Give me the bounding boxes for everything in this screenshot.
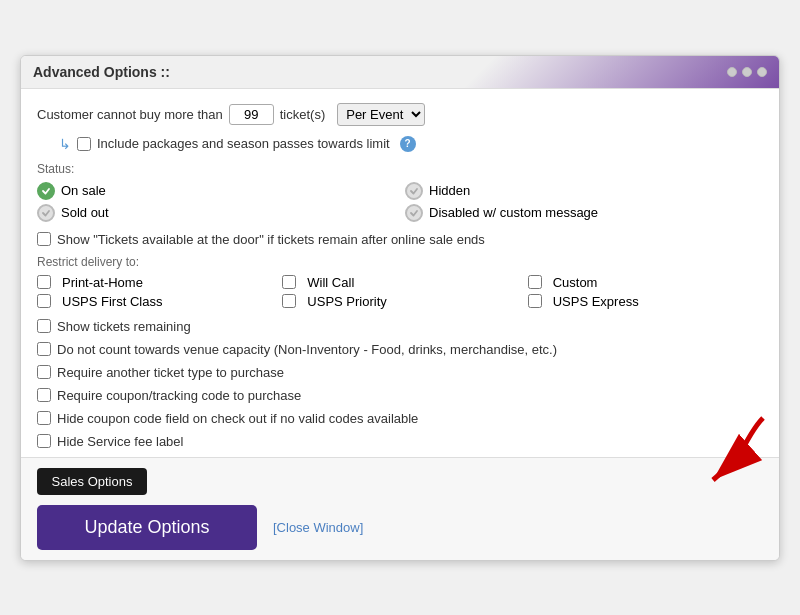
no-count-venue-row: Do not count towards venue capacity (Non… <box>37 342 763 357</box>
max-tickets-input[interactable] <box>229 104 274 125</box>
sales-options-button[interactable]: Sales Options <box>37 468 147 495</box>
dot-2 <box>742 67 752 77</box>
delivery-will-call-checkbox[interactable] <box>282 275 296 289</box>
hidden-label: Hidden <box>429 183 470 198</box>
include-packages-label: Include packages and season passes towar… <box>97 136 390 151</box>
require-ticket-row: Require another ticket type to purchase <box>37 365 763 380</box>
max-tickets-label-before: Customer cannot buy more than <box>37 107 223 122</box>
on-sale-circle <box>37 182 55 200</box>
delivery-will-call-label: Will Call <box>307 275 354 290</box>
window-title: Advanced Options :: <box>33 64 170 80</box>
update-row: Update Options [Close Window] <box>37 505 763 550</box>
bottom-bar: Sales Options Update Options [Close Wind… <box>21 457 779 560</box>
max-tickets-label-after: ticket(s) <box>280 107 326 122</box>
show-tickets-door-checkbox[interactable] <box>37 232 51 246</box>
show-remaining-label: Show tickets remaining <box>57 319 191 334</box>
hidden-circle <box>405 182 423 200</box>
sold-out-label: Sold out <box>61 205 109 220</box>
title-bar: Advanced Options :: <box>21 56 779 89</box>
delivery-usps-priority-label: USPS Priority <box>307 294 386 309</box>
dot-3 <box>757 67 767 77</box>
hide-service-fee-checkbox[interactable] <box>37 434 51 448</box>
disabled-custom-label: Disabled w/ custom message <box>429 205 598 220</box>
delivery-custom-checkbox[interactable] <box>528 275 542 289</box>
hide-coupon-field-row: Hide coupon code field on check out if n… <box>37 411 763 426</box>
hide-coupon-field-checkbox[interactable] <box>37 411 51 425</box>
no-count-venue-checkbox[interactable] <box>37 342 51 356</box>
per-event-dropdown[interactable]: Per Event Per Order Per Day <box>337 103 425 126</box>
require-coupon-checkbox[interactable] <box>37 388 51 402</box>
delivery-print-at-home-checkbox[interactable] <box>37 275 51 289</box>
main-window: Advanced Options :: Customer cannot buy … <box>20 55 780 561</box>
hide-service-fee-row: Hide Service fee label <box>37 434 763 449</box>
status-sold-out[interactable]: Sold out <box>37 204 395 222</box>
delivery-usps-express-checkbox[interactable] <box>528 294 542 308</box>
status-label: Status: <box>37 162 763 176</box>
show-remaining-checkbox[interactable] <box>37 319 51 333</box>
require-ticket-label: Require another ticket type to purchase <box>57 365 284 380</box>
window-controls <box>727 67 767 77</box>
delivery-usps-first-label: USPS First Class <box>62 294 162 309</box>
require-coupon-label: Require coupon/tracking code to purchase <box>57 388 301 403</box>
delivery-will-call: Will Call <box>282 275 517 290</box>
delivery-custom: Custom <box>528 275 763 290</box>
delivery-print-at-home: Print-at-Home <box>37 275 272 290</box>
include-packages-checkbox[interactable] <box>77 137 91 151</box>
sales-options-container: Sales Options <box>37 468 763 495</box>
update-options-button[interactable]: Update Options <box>37 505 257 550</box>
delivery-usps-first-checkbox[interactable] <box>37 294 51 308</box>
delivery-usps-first: USPS First Class <box>37 294 272 309</box>
show-remaining-row: Show tickets remaining <box>37 319 763 334</box>
close-window-link[interactable]: [Close Window] <box>273 520 363 535</box>
status-grid: On sale Hidden Sold out Di <box>37 182 763 222</box>
dot-1 <box>727 67 737 77</box>
delivery-custom-label: Custom <box>553 275 598 290</box>
status-disabled-custom[interactable]: Disabled w/ custom message <box>405 204 763 222</box>
max-tickets-row: Customer cannot buy more than ticket(s) … <box>37 103 763 126</box>
content-area: Customer cannot buy more than ticket(s) … <box>21 89 779 449</box>
include-packages-row: ↳ Include packages and season passes tow… <box>37 136 763 152</box>
indent-arrow-icon: ↳ <box>59 136 71 152</box>
no-count-venue-label: Do not count towards venue capacity (Non… <box>57 342 557 357</box>
sold-out-circle <box>37 204 55 222</box>
delivery-print-at-home-label: Print-at-Home <box>62 275 143 290</box>
status-hidden[interactable]: Hidden <box>405 182 763 200</box>
restrict-delivery-label: Restrict delivery to: <box>37 255 763 269</box>
require-coupon-row: Require coupon/tracking code to purchase <box>37 388 763 403</box>
show-tickets-door-row: Show "Tickets available at the door" if … <box>37 232 763 247</box>
delivery-usps-priority: USPS Priority <box>282 294 517 309</box>
delivery-usps-priority-checkbox[interactable] <box>282 294 296 308</box>
help-icon[interactable]: ? <box>400 136 416 152</box>
disabled-custom-circle <box>405 204 423 222</box>
delivery-usps-express-label: USPS Express <box>553 294 639 309</box>
status-on-sale[interactable]: On sale <box>37 182 395 200</box>
delivery-grid: Print-at-Home Will Call Custom USPS Firs… <box>37 275 763 309</box>
require-ticket-checkbox[interactable] <box>37 365 51 379</box>
show-tickets-door-label: Show "Tickets available at the door" if … <box>57 232 485 247</box>
delivery-usps-express: USPS Express <box>528 294 763 309</box>
on-sale-label: On sale <box>61 183 106 198</box>
hide-service-fee-label: Hide Service fee label <box>57 434 183 449</box>
hide-coupon-field-label: Hide coupon code field on check out if n… <box>57 411 418 426</box>
